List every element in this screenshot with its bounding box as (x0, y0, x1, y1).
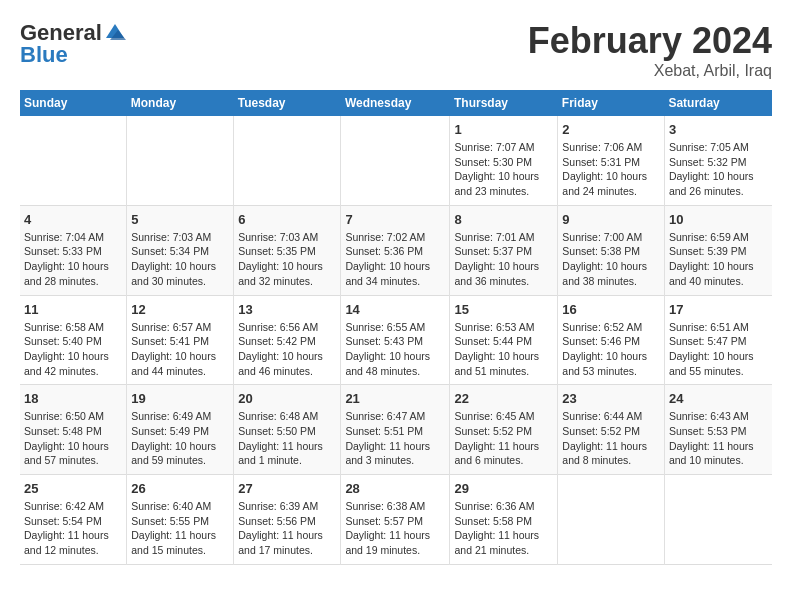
calendar-week-row: 25Sunrise: 6:42 AM Sunset: 5:54 PM Dayli… (20, 475, 772, 565)
calendar-cell (558, 475, 665, 565)
calendar-cell (664, 475, 772, 565)
weekday-header-monday: Monday (127, 90, 234, 116)
weekday-header-thursday: Thursday (450, 90, 558, 116)
day-info: Sunrise: 6:43 AM Sunset: 5:53 PM Dayligh… (669, 409, 768, 468)
day-info: Sunrise: 6:38 AM Sunset: 5:57 PM Dayligh… (345, 499, 445, 558)
weekday-header-wednesday: Wednesday (341, 90, 450, 116)
day-info: Sunrise: 7:00 AM Sunset: 5:38 PM Dayligh… (562, 230, 660, 289)
calendar-cell: 12Sunrise: 6:57 AM Sunset: 5:41 PM Dayli… (127, 295, 234, 385)
day-number: 25 (24, 481, 122, 496)
day-number: 26 (131, 481, 229, 496)
day-info: Sunrise: 6:58 AM Sunset: 5:40 PM Dayligh… (24, 320, 122, 379)
day-info: Sunrise: 6:50 AM Sunset: 5:48 PM Dayligh… (24, 409, 122, 468)
day-number: 15 (454, 302, 553, 317)
calendar-cell: 7Sunrise: 7:02 AM Sunset: 5:36 PM Daylig… (341, 205, 450, 295)
day-info: Sunrise: 7:03 AM Sunset: 5:34 PM Dayligh… (131, 230, 229, 289)
day-number: 8 (454, 212, 553, 227)
location-subtitle: Xebat, Arbil, Iraq (528, 62, 772, 80)
day-number: 20 (238, 391, 336, 406)
calendar-cell: 27Sunrise: 6:39 AM Sunset: 5:56 PM Dayli… (234, 475, 341, 565)
calendar-cell (234, 116, 341, 205)
day-info: Sunrise: 6:45 AM Sunset: 5:52 PM Dayligh… (454, 409, 553, 468)
calendar-cell: 13Sunrise: 6:56 AM Sunset: 5:42 PM Dayli… (234, 295, 341, 385)
day-number: 14 (345, 302, 445, 317)
day-number: 5 (131, 212, 229, 227)
calendar-week-row: 11Sunrise: 6:58 AM Sunset: 5:40 PM Dayli… (20, 295, 772, 385)
day-number: 29 (454, 481, 553, 496)
day-number: 6 (238, 212, 336, 227)
day-number: 13 (238, 302, 336, 317)
calendar-cell: 15Sunrise: 6:53 AM Sunset: 5:44 PM Dayli… (450, 295, 558, 385)
day-info: Sunrise: 6:57 AM Sunset: 5:41 PM Dayligh… (131, 320, 229, 379)
day-number: 10 (669, 212, 768, 227)
calendar-cell: 19Sunrise: 6:49 AM Sunset: 5:49 PM Dayli… (127, 385, 234, 475)
day-info: Sunrise: 7:04 AM Sunset: 5:33 PM Dayligh… (24, 230, 122, 289)
day-info: Sunrise: 6:55 AM Sunset: 5:43 PM Dayligh… (345, 320, 445, 379)
day-number: 9 (562, 212, 660, 227)
calendar-cell: 25Sunrise: 6:42 AM Sunset: 5:54 PM Dayli… (20, 475, 127, 565)
day-number: 11 (24, 302, 122, 317)
day-number: 21 (345, 391, 445, 406)
day-number: 7 (345, 212, 445, 227)
calendar-cell: 9Sunrise: 7:00 AM Sunset: 5:38 PM Daylig… (558, 205, 665, 295)
day-info: Sunrise: 6:52 AM Sunset: 5:46 PM Dayligh… (562, 320, 660, 379)
calendar-week-row: 18Sunrise: 6:50 AM Sunset: 5:48 PM Dayli… (20, 385, 772, 475)
calendar-table: SundayMondayTuesdayWednesdayThursdayFrid… (20, 90, 772, 565)
calendar-cell (341, 116, 450, 205)
calendar-week-row: 4Sunrise: 7:04 AM Sunset: 5:33 PM Daylig… (20, 205, 772, 295)
day-number: 1 (454, 122, 553, 137)
calendar-cell: 5Sunrise: 7:03 AM Sunset: 5:34 PM Daylig… (127, 205, 234, 295)
calendar-cell: 10Sunrise: 6:59 AM Sunset: 5:39 PM Dayli… (664, 205, 772, 295)
day-number: 27 (238, 481, 336, 496)
day-number: 2 (562, 122, 660, 137)
day-number: 4 (24, 212, 122, 227)
day-info: Sunrise: 6:42 AM Sunset: 5:54 PM Dayligh… (24, 499, 122, 558)
calendar-cell: 11Sunrise: 6:58 AM Sunset: 5:40 PM Dayli… (20, 295, 127, 385)
calendar-cell: 8Sunrise: 7:01 AM Sunset: 5:37 PM Daylig… (450, 205, 558, 295)
calendar-cell: 23Sunrise: 6:44 AM Sunset: 5:52 PM Dayli… (558, 385, 665, 475)
day-number: 19 (131, 391, 229, 406)
day-info: Sunrise: 6:59 AM Sunset: 5:39 PM Dayligh… (669, 230, 768, 289)
day-number: 3 (669, 122, 768, 137)
day-number: 18 (24, 391, 122, 406)
calendar-cell: 16Sunrise: 6:52 AM Sunset: 5:46 PM Dayli… (558, 295, 665, 385)
day-info: Sunrise: 7:02 AM Sunset: 5:36 PM Dayligh… (345, 230, 445, 289)
weekday-header-saturday: Saturday (664, 90, 772, 116)
month-title: February 2024 (528, 20, 772, 62)
day-info: Sunrise: 6:47 AM Sunset: 5:51 PM Dayligh… (345, 409, 445, 468)
calendar-cell (127, 116, 234, 205)
calendar-cell: 17Sunrise: 6:51 AM Sunset: 5:47 PM Dayli… (664, 295, 772, 385)
calendar-cell: 14Sunrise: 6:55 AM Sunset: 5:43 PM Dayli… (341, 295, 450, 385)
day-number: 23 (562, 391, 660, 406)
calendar-header-row: SundayMondayTuesdayWednesdayThursdayFrid… (20, 90, 772, 116)
calendar-cell: 2Sunrise: 7:06 AM Sunset: 5:31 PM Daylig… (558, 116, 665, 205)
calendar-cell: 21Sunrise: 6:47 AM Sunset: 5:51 PM Dayli… (341, 385, 450, 475)
calendar-cell: 24Sunrise: 6:43 AM Sunset: 5:53 PM Dayli… (664, 385, 772, 475)
day-number: 16 (562, 302, 660, 317)
calendar-cell: 6Sunrise: 7:03 AM Sunset: 5:35 PM Daylig… (234, 205, 341, 295)
day-info: Sunrise: 6:36 AM Sunset: 5:58 PM Dayligh… (454, 499, 553, 558)
weekday-header-sunday: Sunday (20, 90, 127, 116)
day-info: Sunrise: 7:07 AM Sunset: 5:30 PM Dayligh… (454, 140, 553, 199)
page-header: General Blue February 2024 Xebat, Arbil,… (20, 20, 772, 80)
day-number: 22 (454, 391, 553, 406)
calendar-week-row: 1Sunrise: 7:07 AM Sunset: 5:30 PM Daylig… (20, 116, 772, 205)
day-info: Sunrise: 6:48 AM Sunset: 5:50 PM Dayligh… (238, 409, 336, 468)
day-info: Sunrise: 7:01 AM Sunset: 5:37 PM Dayligh… (454, 230, 553, 289)
calendar-cell: 1Sunrise: 7:07 AM Sunset: 5:30 PM Daylig… (450, 116, 558, 205)
calendar-cell: 29Sunrise: 6:36 AM Sunset: 5:58 PM Dayli… (450, 475, 558, 565)
day-info: Sunrise: 6:39 AM Sunset: 5:56 PM Dayligh… (238, 499, 336, 558)
calendar-cell: 26Sunrise: 6:40 AM Sunset: 5:55 PM Dayli… (127, 475, 234, 565)
logo-blue-text: Blue (20, 42, 68, 68)
day-number: 24 (669, 391, 768, 406)
logo-icon (104, 22, 126, 42)
day-number: 28 (345, 481, 445, 496)
day-info: Sunrise: 6:44 AM Sunset: 5:52 PM Dayligh… (562, 409, 660, 468)
weekday-header-friday: Friday (558, 90, 665, 116)
day-info: Sunrise: 6:49 AM Sunset: 5:49 PM Dayligh… (131, 409, 229, 468)
calendar-cell: 28Sunrise: 6:38 AM Sunset: 5:57 PM Dayli… (341, 475, 450, 565)
calendar-cell: 22Sunrise: 6:45 AM Sunset: 5:52 PM Dayli… (450, 385, 558, 475)
day-info: Sunrise: 7:06 AM Sunset: 5:31 PM Dayligh… (562, 140, 660, 199)
day-info: Sunrise: 6:40 AM Sunset: 5:55 PM Dayligh… (131, 499, 229, 558)
day-info: Sunrise: 7:05 AM Sunset: 5:32 PM Dayligh… (669, 140, 768, 199)
